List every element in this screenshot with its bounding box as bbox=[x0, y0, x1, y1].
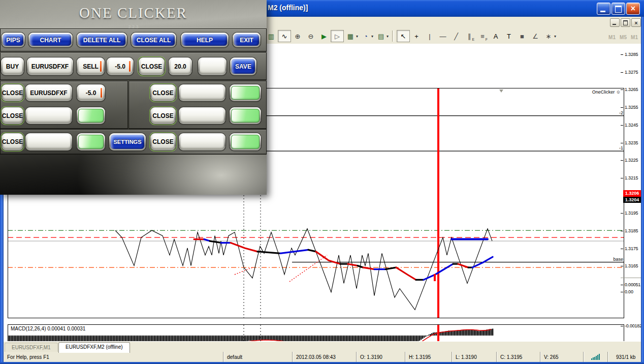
close-order-button[interactable]: CLOSE bbox=[2, 84, 23, 101]
maximize-button[interactable] bbox=[611, 3, 625, 15]
window-title: M2 (offline)] bbox=[268, 4, 308, 12]
take-profit-field[interactable]: 20.0 bbox=[169, 57, 192, 75]
panel-title: ONE CLICKER bbox=[0, 5, 267, 21]
periods-icon[interactable]: ◔ bbox=[359, 30, 372, 42]
text-label-icon[interactable]: T bbox=[502, 30, 516, 42]
nav-button-group: PIPS CHART DELETE ALL CLOSE ALL HELP EXI… bbox=[0, 28, 267, 52]
new-chart-icon[interactable]: ▦ bbox=[344, 30, 357, 42]
help-button[interactable]: HELP bbox=[181, 33, 229, 47]
price-tick-label: 1.3185 bbox=[625, 228, 638, 233]
close-button[interactable]: × bbox=[626, 3, 640, 15]
status-volume: V: 265 bbox=[540, 352, 583, 362]
status-bar-time: 2012.03.05 08:43 bbox=[292, 352, 356, 362]
timeframe-m1-button[interactable]: M1 bbox=[606, 35, 618, 40]
order-toggle[interactable] bbox=[230, 107, 261, 124]
save-button[interactable]: SAVE bbox=[230, 57, 256, 75]
order-symbol-field[interactable] bbox=[25, 107, 72, 124]
line-chart-icon[interactable]: ∿ bbox=[278, 30, 291, 42]
scale-divider bbox=[621, 278, 641, 278]
equidistant-channel-icon[interactable]: ∥E bbox=[463, 30, 476, 42]
settings-button[interactable]: SETTINGS bbox=[109, 133, 146, 150]
macd-tick bbox=[621, 285, 623, 285]
order-toggle[interactable] bbox=[77, 133, 105, 150]
last-price-box: 1.3204 bbox=[623, 197, 641, 203]
close-order-button[interactable]: CLOSE bbox=[2, 133, 23, 150]
price-scale[interactable]: 1.32851.32751.32651.32551.32451.32351.32… bbox=[621, 44, 641, 341]
fibonacci-icon[interactable]: ≡F bbox=[476, 30, 489, 42]
chart-restore-button[interactable] bbox=[621, 18, 630, 27]
arrow-styles-icon[interactable]: ∗ bbox=[542, 30, 555, 42]
trendline-icon[interactable]: ╱ bbox=[449, 30, 463, 42]
order-symbol-field[interactable]: EURUSDFXF bbox=[25, 84, 72, 101]
chart-tab-2[interactable]: EURUSDFXF,M2 (offline) bbox=[58, 342, 130, 353]
status-low-price: L: 1.3190 bbox=[452, 352, 496, 362]
chart-shift-icon[interactable]: ▷ bbox=[331, 30, 344, 42]
shapes-icon[interactable]: ■ bbox=[516, 30, 529, 42]
pips-button[interactable]: PIPS bbox=[2, 33, 25, 47]
exit-button[interactable]: EXIT bbox=[233, 33, 261, 47]
close-order-button[interactable]: CLOSE bbox=[150, 133, 176, 150]
sell-button[interactable]: SELL bbox=[77, 57, 105, 75]
angle-icon[interactable]: ∠ bbox=[529, 30, 542, 42]
symbol-field[interactable]: EURUSDFXF bbox=[27, 57, 73, 75]
close-all-button[interactable]: CLOSE ALL bbox=[131, 33, 176, 47]
price-tick-label: 1.3165 bbox=[625, 263, 638, 268]
macd-tick-label: 0.00051 bbox=[625, 282, 640, 287]
close-trade-button[interactable]: CLOSE bbox=[139, 57, 165, 75]
auto-scroll-icon[interactable]: ▶ bbox=[317, 30, 331, 42]
timeframe-m15-button[interactable]: M1 bbox=[629, 35, 640, 40]
order-field[interactable] bbox=[179, 84, 226, 101]
metatrader-window: M2 (offline)] × × ▥∿⊕⊖▶▷▦▾◔▾▤▾↖+|—╱∥E≡FA… bbox=[0, 0, 644, 364]
timeframe-buttons: M1M5M1 bbox=[606, 32, 640, 41]
order-toggle[interactable] bbox=[230, 133, 261, 150]
price-tick-label: 1.3265 bbox=[625, 87, 638, 92]
blank-field[interactable] bbox=[198, 57, 227, 75]
order-toggle[interactable] bbox=[230, 84, 261, 101]
order-field[interactable] bbox=[25, 133, 72, 150]
status-high-price: H: 1.3195 bbox=[405, 352, 452, 362]
orders-right-group: CLOSE CLOSE bbox=[128, 81, 267, 129]
chart-button[interactable]: CHART bbox=[28, 33, 73, 47]
price-tick bbox=[621, 72, 623, 73]
close-icon: × bbox=[627, 3, 639, 14]
price-tick bbox=[621, 89, 623, 90]
chart-minimize-button[interactable] bbox=[610, 18, 620, 27]
close-order-button[interactable]: CLOSE bbox=[150, 84, 176, 101]
crosshair-icon[interactable]: + bbox=[410, 30, 423, 42]
zoom-out-icon[interactable]: ⊖ bbox=[304, 30, 317, 42]
order-field[interactable] bbox=[179, 107, 226, 124]
macd-label: MACD(12,26,4) 0.00041 0.00031 bbox=[11, 326, 85, 331]
chart-tab-1[interactable]: EURUSDFXF,M1 bbox=[5, 343, 58, 352]
status-open-price: O: 1.3190 bbox=[356, 352, 405, 362]
timeframe-m5-button[interactable]: M5 bbox=[618, 35, 629, 40]
order-toggle[interactable] bbox=[77, 107, 105, 124]
chart-close-button[interactable]: × bbox=[631, 18, 641, 27]
delete-all-button[interactable]: DELETE ALL bbox=[77, 33, 127, 47]
cursor-icon[interactable]: ↖ bbox=[397, 30, 410, 42]
text-icon[interactable]: A bbox=[489, 30, 502, 42]
vertical-line-icon[interactable]: | bbox=[423, 30, 436, 42]
zoom-in-icon[interactable]: ⊕ bbox=[291, 30, 304, 42]
horizontal-line-icon[interactable]: — bbox=[436, 30, 449, 42]
bottom-row-group: CLOSE SETTINGS CLOSE bbox=[0, 129, 267, 155]
close-order-button[interactable]: CLOSE bbox=[2, 107, 23, 124]
order-field[interactable] bbox=[179, 133, 226, 150]
templates-icon[interactable]: ▤ bbox=[374, 30, 388, 42]
chart-tab-bar: EURUSDFXF,M1EURUSDFXF,M2 (offline) bbox=[4, 341, 641, 352]
price-tick bbox=[621, 266, 623, 266]
buy-button[interactable]: BUY bbox=[1, 57, 24, 75]
stop-loss-field[interactable]: -5.0 bbox=[107, 57, 134, 75]
macd-tick-label: 0.00 bbox=[625, 289, 633, 294]
price-tick bbox=[621, 178, 623, 178]
price-tick-label: 1.3235 bbox=[625, 140, 638, 145]
order-stop-field[interactable]: -5.0 bbox=[77, 84, 105, 101]
price-tick bbox=[621, 54, 623, 55]
price-tick bbox=[621, 143, 623, 143]
minimize-button[interactable] bbox=[597, 3, 610, 15]
close-order-button[interactable]: CLOSE bbox=[150, 107, 176, 124]
price-tick-label: 1.3215 bbox=[625, 175, 638, 180]
status-profile[interactable]: default bbox=[223, 352, 292, 362]
window-bottom-border bbox=[0, 362, 644, 364]
price-tick-label: 1.3285 bbox=[625, 52, 638, 57]
price-tick bbox=[621, 107, 623, 108]
